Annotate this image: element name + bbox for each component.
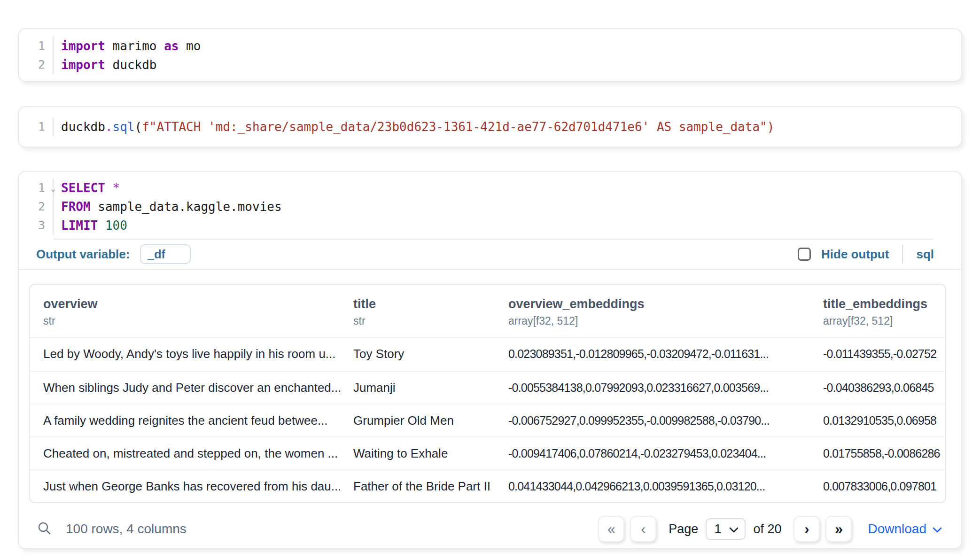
- line-number-gutter: 1⌄23: [19, 179, 54, 235]
- previous-page-button[interactable]: ‹: [630, 516, 656, 542]
- table-header-row: overviewstrtitlestroverview_embeddingsar…: [30, 285, 945, 338]
- table-cell: 0.023089351,-0.012809965,-0.03209472,-0.…: [495, 338, 810, 371]
- hide-output-label[interactable]: Hide output: [821, 247, 889, 262]
- table-cell: -0.0055384138,0.07992093,0.023316627,0.0…: [495, 372, 810, 404]
- table-cell: 0.041433044,0.042966213,0.0039591365,0.0…: [495, 470, 810, 502]
- table-cell: Toy Story: [340, 338, 495, 371]
- dataframe-table: overviewstrtitlestroverview_embeddingsar…: [29, 284, 946, 503]
- download-button[interactable]: Download: [868, 521, 942, 537]
- notebook-cell-attach: 1 duckdb.sql(f"ATTACH 'md:_share/sample_…: [18, 106, 962, 148]
- code-editor[interactable]: 1⌄23 SELECT *FROM sample_data.kaggle.mov…: [19, 172, 961, 239]
- code-token: [98, 218, 105, 233]
- next-page-button[interactable]: ›: [793, 516, 820, 542]
- column-name: title: [353, 297, 495, 311]
- code-line[interactable]: import duckdb: [61, 55, 961, 74]
- line-number: 2: [19, 197, 53, 216]
- row-count-summary: 100 rows, 4 columns: [66, 521, 187, 537]
- output-variable-label: Output variable:: [36, 247, 130, 262]
- page-label: Page: [669, 522, 698, 537]
- code-token: SELECT: [61, 181, 105, 195]
- column-type: array[f32, 512]: [823, 315, 945, 327]
- code-area[interactable]: SELECT *FROM sample_data.kaggle.moviesLI…: [54, 179, 961, 235]
- search-icon[interactable]: [37, 521, 52, 537]
- table-footer: 100 rows, 4 columns « ‹ Page 1 of 20 › »…: [29, 503, 946, 548]
- code-token: mo: [179, 39, 201, 53]
- page-total-label: of 20: [753, 522, 781, 537]
- table-row[interactable]: A family wedding reignites the ancient f…: [30, 404, 945, 436]
- code-line[interactable]: SELECT *: [61, 179, 961, 197]
- code-editor[interactable]: 1 duckdb.sql(f"ATTACH 'md:_share/sample_…: [19, 107, 961, 147]
- code-token: .: [105, 120, 113, 134]
- code-token: [105, 181, 113, 195]
- column-header-overview_embeddings[interactable]: overview_embeddingsarray[f32, 512]: [495, 285, 810, 337]
- page-number-select[interactable]: 1: [706, 518, 746, 540]
- code-token: LIMIT: [61, 218, 98, 233]
- output-variable-input[interactable]: [140, 244, 191, 264]
- table-cell: A family wedding reignites the ancient f…: [30, 404, 340, 436]
- cell-language-badge[interactable]: sql: [916, 247, 934, 262]
- table-row[interactable]: Just when George Banks has recovered fro…: [30, 469, 945, 502]
- table-cell: 0.01755858,-0.0086286: [810, 437, 945, 469]
- column-header-overview[interactable]: overviewstr: [30, 285, 340, 337]
- column-type: str: [353, 315, 495, 327]
- hide-output-checkbox[interactable]: [798, 248, 811, 261]
- table-cell: Waiting to Exhale: [340, 437, 495, 469]
- sql-cell-toolbar: Output variable: Hide output sql: [19, 240, 961, 269]
- table-cell: -0.009417406,0.07860214,-0.023279453,0.0…: [495, 437, 810, 469]
- toolbar-divider: [902, 245, 903, 264]
- chevron-down-icon: [932, 521, 942, 537]
- code-line[interactable]: LIMIT 100: [61, 216, 961, 235]
- code-line[interactable]: import marimo as mo: [61, 37, 961, 55]
- table-cell: 0.0132910535,0.06958: [810, 404, 945, 436]
- table-row[interactable]: When siblings Judy and Peter discover an…: [30, 371, 945, 404]
- code-token: *: [113, 181, 120, 195]
- chevron-down-icon: [729, 522, 739, 537]
- column-name: overview_embeddings: [508, 297, 810, 311]
- table-row[interactable]: Led by Woody, Andy's toys live happily i…: [30, 338, 945, 371]
- code-token: import: [61, 58, 105, 72]
- table-cell: Cheated on, mistreated and stepped on, t…: [30, 437, 340, 469]
- column-type: str: [43, 315, 340, 327]
- code-area[interactable]: duckdb.sql(f"ATTACH 'md:_share/sample_da…: [54, 117, 961, 136]
- column-header-title[interactable]: titlestr: [340, 285, 495, 337]
- notebook-cell-imports: 12 import marimo as moimport duckdb: [18, 28, 962, 82]
- first-page-button[interactable]: «: [598, 516, 624, 542]
- line-number: 3: [19, 216, 53, 235]
- cell-output-area: overviewstrtitlestroverview_embeddingsar…: [19, 270, 961, 548]
- code-token: sql: [113, 120, 135, 134]
- table-cell: -0.006752927,0.099952355,-0.009982588,-0…: [495, 404, 810, 436]
- code-token: import: [61, 39, 105, 53]
- code-line[interactable]: FROM sample_data.kaggle.movies: [61, 197, 961, 216]
- table-body: Led by Woody, Andy's toys live happily i…: [30, 338, 945, 502]
- column-type: array[f32, 512]: [508, 315, 810, 327]
- table-cell: When siblings Judy and Peter discover an…: [30, 372, 340, 404]
- column-name: title_embeddings: [823, 297, 945, 311]
- fold-chevron-icon[interactable]: ⌄: [51, 179, 55, 198]
- line-number: 1: [19, 37, 53, 55]
- code-editor[interactable]: 12 import marimo as moimport duckdb: [19, 29, 961, 81]
- table-cell: Just when George Banks has recovered fro…: [30, 470, 340, 502]
- code-line[interactable]: duckdb.sql(f"ATTACH 'md:_share/sample_da…: [61, 117, 961, 136]
- code-token: sample_data.kaggle.movies: [91, 200, 282, 214]
- pagination: « ‹ Page 1 of 20 › » Download: [598, 516, 946, 542]
- code-token: f"ATTACH 'md:_share/sample_data/23b0d623…: [142, 120, 774, 134]
- line-number: 1⌄: [19, 179, 53, 197]
- code-token: 100: [105, 218, 127, 233]
- table-cell: -0.040386293,0.06845: [810, 372, 945, 404]
- table-cell: 0.007833006,0.097801: [810, 470, 945, 502]
- last-page-button[interactable]: »: [825, 516, 852, 542]
- code-token: marimo: [105, 39, 164, 53]
- table-cell: Father of the Bride Part II: [340, 470, 495, 502]
- table-row[interactable]: Cheated on, mistreated and stepped on, t…: [30, 436, 945, 469]
- column-header-title_embeddings[interactable]: title_embeddingsarray[f32, 512]: [810, 285, 945, 337]
- code-area[interactable]: import marimo as moimport duckdb: [54, 37, 961, 74]
- line-number-gutter: 1: [19, 117, 54, 136]
- line-number-gutter: 12: [19, 37, 54, 74]
- code-token: duckdb: [105, 58, 157, 72]
- line-number: 1: [19, 117, 53, 136]
- code-token: as: [164, 39, 179, 53]
- page-number-value: 1: [714, 522, 721, 537]
- download-label: Download: [868, 521, 926, 537]
- table-cell: Led by Woody, Andy's toys live happily i…: [30, 338, 340, 371]
- notebook-cell-sql: 1⌄23 SELECT *FROM sample_data.kaggle.mov…: [18, 171, 962, 549]
